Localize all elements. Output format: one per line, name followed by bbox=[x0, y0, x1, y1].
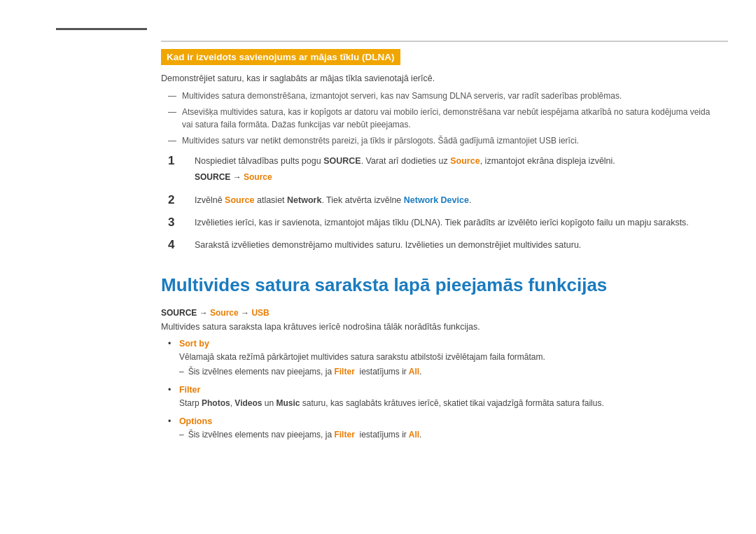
step-2: 2 Izvēlnē Source atlasiet Network. Tiek … bbox=[168, 193, 714, 207]
top-border-decoration bbox=[161, 41, 728, 42]
feature-sort-by: Sort by Vēlamajā skata režīmā pārkārtoji… bbox=[168, 339, 714, 378]
dash-item-1: Multivides satura demonstrēšana, izmanto… bbox=[161, 90, 714, 102]
filter-subtext: Starp Photos, Videos un Music saturu, ka… bbox=[179, 397, 714, 409]
step-3: 3 Izvēlieties ierīci, kas ir savienota, … bbox=[168, 216, 714, 230]
step-4-num: 4 bbox=[168, 238, 182, 252]
steps-list: 1 Nospiediet tālvadības pults pogu SOURC… bbox=[168, 154, 714, 253]
page-container: Kad ir izveidots savienojums ar mājas tī… bbox=[0, 0, 756, 534]
step-2-num: 2 bbox=[168, 193, 182, 207]
step-1-num: 1 bbox=[168, 154, 182, 185]
step-1: 1 Nospiediet tālvadības pults pogu SOURC… bbox=[168, 154, 714, 185]
section2-source-line: SOURCE → Source → USB bbox=[161, 308, 714, 318]
step-4-text: Sarakstā izvēlieties demonstrējamo multi… bbox=[195, 238, 714, 252]
step-4: 4 Sarakstā izvēlieties demonstrējamo mul… bbox=[168, 238, 714, 252]
section2-main-heading: Multivides satura saraksta lapā pieejamā… bbox=[161, 274, 714, 297]
left-border-decoration bbox=[56, 28, 147, 30]
options-dash: Šis izvēlnes elements nav pieejams, ja F… bbox=[179, 428, 714, 441]
dash-item-2: Atsevišķa multivides satura, kas ir kopī… bbox=[161, 106, 714, 131]
section1-title: Kad ir izveidots savienojums ar mājas tī… bbox=[161, 49, 400, 65]
filter-label: Filter bbox=[179, 385, 201, 395]
content-area: Kad ir izveidots savienojums ar mājas tī… bbox=[161, 49, 714, 441]
feature-list: Sort by Vēlamajā skata režīmā pārkārtoji… bbox=[161, 339, 714, 441]
section2-intro: Multivides satura saraksta lapa krātuves… bbox=[161, 322, 714, 332]
options-label: Options bbox=[179, 416, 212, 426]
sort-by-dash: Šis izvēlnes elements nav pieejams, ja F… bbox=[179, 365, 714, 378]
feature-options: Options Šis izvēlnes elements nav pieeja… bbox=[168, 416, 714, 441]
section1-intro: Demonstrējiet saturu, kas ir saglabāts a… bbox=[161, 72, 714, 85]
step-3-text: Izvēlieties ierīci, kas ir savienota, iz… bbox=[195, 216, 714, 230]
step-3-num: 3 bbox=[168, 216, 182, 230]
dash-item-3: Multivides saturs var netikt demonstrēts… bbox=[161, 134, 714, 147]
feature-filter: Filter Starp Photos, Videos un Music sat… bbox=[168, 385, 714, 409]
step-1-source: SOURCE → Source bbox=[195, 171, 714, 183]
step-2-text: Izvēlnē Source atlasiet Network. Tiek at… bbox=[195, 193, 714, 207]
step-1-text: Nospiediet tālvadības pults pogu SOURCE.… bbox=[195, 154, 714, 185]
sort-by-label: Sort by bbox=[179, 339, 209, 349]
sort-by-subtext: Vēlamajā skata režīmā pārkārtojiet multi… bbox=[179, 351, 714, 363]
